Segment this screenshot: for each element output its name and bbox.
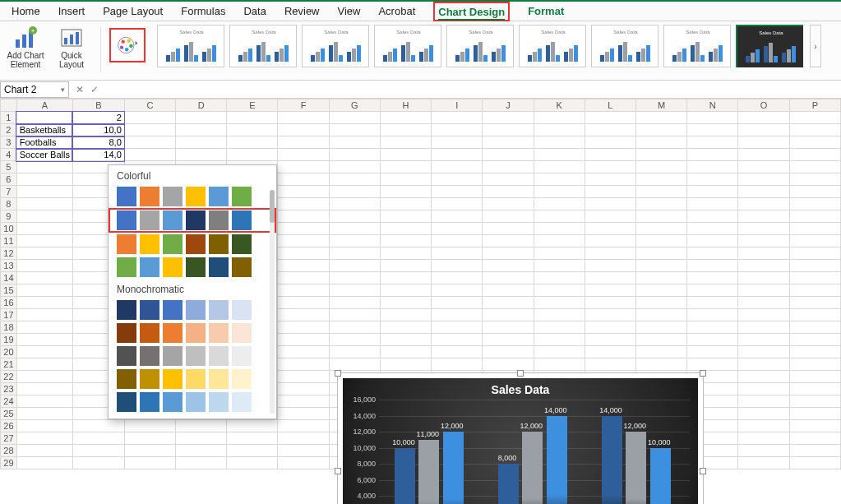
cell[interactable] <box>585 358 635 371</box>
cell[interactable] <box>483 198 534 210</box>
cell[interactable] <box>432 186 483 198</box>
tab-home[interactable]: Home <box>12 5 40 17</box>
cell[interactable] <box>278 235 329 247</box>
cell[interactable] <box>534 346 585 358</box>
cell[interactable] <box>380 186 431 198</box>
cell[interactable] <box>687 272 738 284</box>
cell[interactable] <box>687 321 738 334</box>
cell[interactable] <box>16 260 72 272</box>
chart-style-thumb[interactable]: Sales Data <box>302 25 369 67</box>
cell[interactable] <box>380 247 431 260</box>
cell[interactable] <box>585 260 635 272</box>
cell[interactable] <box>738 186 789 198</box>
cell[interactable] <box>329 235 380 247</box>
column-header[interactable]: C <box>124 99 175 112</box>
chart-bar[interactable] <box>443 432 464 504</box>
column-header[interactable]: O <box>738 99 789 112</box>
cell[interactable] <box>789 247 840 260</box>
tab-review[interactable]: Review <box>284 5 320 17</box>
cell[interactable] <box>738 346 789 358</box>
cell[interactable] <box>687 334 738 346</box>
color-scheme-option[interactable] <box>109 321 276 344</box>
row-header[interactable]: 10 <box>1 223 17 235</box>
cell[interactable] <box>687 346 738 358</box>
cell[interactable] <box>16 445 72 457</box>
row-header[interactable]: 22 <box>1 371 17 383</box>
cell[interactable] <box>432 136 483 149</box>
cell[interactable] <box>585 112 635 124</box>
color-scheme-option[interactable] <box>109 391 276 414</box>
cell[interactable] <box>534 161 585 173</box>
column-header[interactable]: G <box>329 99 380 112</box>
cell[interactable] <box>176 149 227 161</box>
cell[interactable] <box>585 210 635 223</box>
cell[interactable] <box>380 334 431 346</box>
cell[interactable] <box>124 124 175 136</box>
cell[interactable] <box>16 272 72 284</box>
cell[interactable] <box>176 136 227 149</box>
cell[interactable] <box>16 358 72 371</box>
cell[interactable] <box>380 161 431 173</box>
cell[interactable] <box>585 309 635 321</box>
cancel-icon[interactable]: ✕ <box>76 84 84 95</box>
cell[interactable] <box>534 235 585 247</box>
chart-style-thumb[interactable]: Sales Data <box>446 25 514 67</box>
color-scheme-option[interactable] <box>109 298 276 321</box>
cell[interactable] <box>380 297 431 309</box>
cell[interactable] <box>278 445 329 457</box>
cell[interactable] <box>176 445 227 457</box>
cell[interactable] <box>329 284 380 297</box>
cell[interactable] <box>16 247 72 260</box>
cell[interactable] <box>278 198 329 210</box>
cell[interactable] <box>278 173 329 186</box>
row-header[interactable]: 16 <box>1 297 17 309</box>
cell[interactable] <box>534 198 585 210</box>
cell[interactable] <box>585 297 635 309</box>
cell[interactable] <box>687 161 738 173</box>
column-header[interactable]: N <box>687 99 738 112</box>
cell[interactable] <box>738 420 789 432</box>
cell[interactable] <box>789 297 840 309</box>
cell[interactable] <box>534 136 585 149</box>
cell[interactable] <box>738 210 789 223</box>
cell[interactable] <box>534 210 585 223</box>
row-header[interactable]: 18 <box>1 321 17 334</box>
cell[interactable] <box>329 358 380 371</box>
cell[interactable] <box>635 284 686 297</box>
cell[interactable] <box>227 124 278 136</box>
row-header[interactable]: 23 <box>1 383 17 395</box>
cell[interactable] <box>789 371 840 383</box>
tab-page-layout[interactable]: Page Layout <box>103 5 163 17</box>
change-colors-button[interactable] <box>109 28 146 62</box>
cell[interactable] <box>687 235 738 247</box>
cell[interactable] <box>687 284 738 297</box>
cell[interactable] <box>16 457 72 469</box>
cell[interactable] <box>483 346 534 358</box>
cell[interactable] <box>789 210 840 223</box>
cell[interactable] <box>483 124 534 136</box>
column-header[interactable]: J <box>483 99 534 112</box>
column-header[interactable]: E <box>227 99 278 112</box>
row-header[interactable]: 7 <box>1 186 17 198</box>
row-header[interactable]: 13 <box>1 260 17 272</box>
cell[interactable] <box>585 124 635 136</box>
cell[interactable] <box>124 457 175 469</box>
cell[interactable] <box>278 420 329 432</box>
cell[interactable] <box>124 112 175 124</box>
color-scheme-option[interactable] <box>109 208 276 233</box>
cell[interactable] <box>432 223 483 235</box>
resize-handle[interactable] <box>517 370 524 377</box>
cell[interactable] <box>585 235 635 247</box>
cell[interactable] <box>380 124 431 136</box>
cell[interactable] <box>16 198 72 210</box>
cell[interactable] <box>534 186 585 198</box>
cell[interactable] <box>585 334 635 346</box>
cell[interactable] <box>124 420 175 432</box>
cell[interactable] <box>278 186 329 198</box>
cell[interactable] <box>176 420 227 432</box>
chart-title[interactable]: Sales Data <box>343 378 698 396</box>
cell[interactable] <box>278 408 329 420</box>
column-header[interactable]: P <box>789 99 840 112</box>
column-header[interactable]: A <box>16 99 72 112</box>
color-scheme-option[interactable] <box>109 233 276 256</box>
